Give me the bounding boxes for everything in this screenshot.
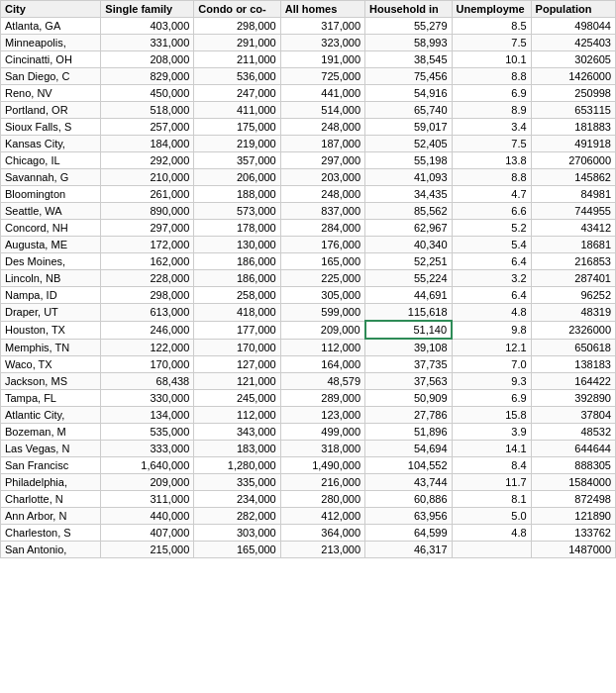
- table-cell: 8.9: [452, 102, 531, 119]
- table-cell: 289,000: [280, 390, 364, 407]
- table-cell: 13.8: [452, 152, 531, 169]
- table-cell: 112,000: [194, 407, 280, 424]
- table-cell: 203,000: [280, 169, 364, 186]
- table-cell: 7.5: [452, 35, 531, 51]
- table-cell: [452, 542, 531, 558]
- table-cell: 219,000: [194, 136, 280, 152]
- table-cell: 653115: [531, 102, 615, 119]
- table-row: Charleston, S407,000303,000364,00064,599…: [1, 525, 616, 542]
- table-cell: 335,000: [194, 474, 280, 491]
- table-cell: 65,740: [365, 102, 452, 119]
- table-cell: 250998: [531, 85, 615, 102]
- table-cell: 183,000: [194, 441, 280, 457]
- table-cell: 175,000: [194, 119, 280, 136]
- table-cell: 8.8: [452, 68, 531, 85]
- table-cell: 1,490,000: [280, 457, 364, 474]
- data-table: City Single family Condo or co- All home…: [0, 0, 616, 558]
- table-cell: 38,545: [365, 51, 452, 68]
- table-row: San Antonio,215,000165,000213,00046,3171…: [1, 542, 616, 558]
- table-cell: 215,000: [101, 542, 194, 558]
- table-cell: Houston, TX: [1, 321, 101, 339]
- table-cell: 64,599: [365, 525, 452, 542]
- table-cell: 318,000: [280, 441, 364, 457]
- table-cell: 188,000: [194, 186, 280, 203]
- table-cell: 213,000: [280, 542, 364, 558]
- table-cell: 208,000: [101, 51, 194, 68]
- table-cell: Savannah, G: [1, 169, 101, 186]
- table-cell: Bozeman, M: [1, 424, 101, 441]
- table-cell: Lincoln, NB: [1, 270, 101, 287]
- table-cell: 51,140: [365, 321, 452, 339]
- table-cell: 258,000: [194, 287, 280, 304]
- table-cell: 216,000: [280, 474, 364, 491]
- table-cell: San Antonio,: [1, 542, 101, 558]
- table-cell: 5.2: [452, 220, 531, 237]
- table-cell: 514,000: [280, 102, 364, 119]
- table-cell: Charlotte, N: [1, 491, 101, 508]
- table-cell: 162,000: [101, 253, 194, 270]
- table-cell: 246,000: [101, 321, 194, 339]
- table-row: Seattle, WA890,000573,000837,00085,5626.…: [1, 203, 616, 220]
- table-cell: 48,579: [280, 373, 364, 390]
- table-cell: 303,000: [194, 525, 280, 542]
- table-cell: 55,198: [365, 152, 452, 169]
- table-cell: 46,317: [365, 542, 452, 558]
- header-population: Population: [531, 1, 615, 18]
- table-cell: Tampa, FL: [1, 390, 101, 407]
- table-cell: 261,000: [101, 186, 194, 203]
- table-row: Houston, TX246,000177,000209,00051,1409.…: [1, 321, 616, 339]
- table-cell: 6.4: [452, 253, 531, 270]
- table-cell: 34,435: [365, 186, 452, 203]
- table-row: Portland, OR518,000411,000514,00065,7408…: [1, 102, 616, 119]
- table-cell: 121,000: [194, 373, 280, 390]
- table-row: Reno, NV450,000247,000441,00054,9166.925…: [1, 85, 616, 102]
- table-cell: 890,000: [101, 203, 194, 220]
- table-cell: 4.8: [452, 304, 531, 322]
- table-cell: 535,000: [101, 424, 194, 441]
- table-cell: 248,000: [280, 186, 364, 203]
- table-cell: 7.5: [452, 136, 531, 152]
- table-cell: Charleston, S: [1, 525, 101, 542]
- header-city: City: [1, 1, 101, 18]
- table-cell: 1426000: [531, 68, 615, 85]
- table-cell: 225,000: [280, 270, 364, 287]
- table-cell: 206,000: [194, 169, 280, 186]
- table-cell: 54,916: [365, 85, 452, 102]
- table-cell: 829,000: [101, 68, 194, 85]
- table-cell: Ann Arbor, N: [1, 508, 101, 525]
- table-cell: 172,000: [101, 237, 194, 253]
- table-cell: 407,000: [101, 525, 194, 542]
- table-cell: 8.8: [452, 169, 531, 186]
- table-row: Las Vegas, N333,000183,000318,00054,6941…: [1, 441, 616, 457]
- table-cell: 498044: [531, 18, 615, 35]
- table-cell: Portland, OR: [1, 102, 101, 119]
- table-cell: 12.1: [452, 339, 531, 356]
- table-cell: 15.8: [452, 407, 531, 424]
- table-cell: 18681: [531, 237, 615, 253]
- table-cell: 284,000: [280, 220, 364, 237]
- table-cell: San Francisc: [1, 457, 101, 474]
- table-row: Savannah, G210,000206,000203,00041,0938.…: [1, 169, 616, 186]
- table-cell: 412,000: [280, 508, 364, 525]
- table-cell: 184,000: [101, 136, 194, 152]
- table-cell: 50,909: [365, 390, 452, 407]
- table-cell: Waco, TX: [1, 356, 101, 373]
- table-cell: 112,000: [280, 339, 364, 356]
- table-cell: 85,562: [365, 203, 452, 220]
- table-row: Waco, TX170,000127,000164,00037,7357.013…: [1, 356, 616, 373]
- table-cell: 441,000: [280, 85, 364, 102]
- table-cell: 7.0: [452, 356, 531, 373]
- table-cell: 63,956: [365, 508, 452, 525]
- table-cell: 186,000: [194, 253, 280, 270]
- table-cell: 292,000: [101, 152, 194, 169]
- table-row: Tampa, FL330,000245,000289,00050,9096.93…: [1, 390, 616, 407]
- table-cell: 599,000: [280, 304, 364, 322]
- table-cell: 234,000: [194, 491, 280, 508]
- table-cell: 123,000: [280, 407, 364, 424]
- table-cell: 333,000: [101, 441, 194, 457]
- table-row: Charlotte, N311,000234,000280,00060,8868…: [1, 491, 616, 508]
- table-cell: 165,000: [280, 253, 364, 270]
- table-cell: 145862: [531, 169, 615, 186]
- table-cell: 644644: [531, 441, 615, 457]
- header-household: Household in: [365, 1, 452, 18]
